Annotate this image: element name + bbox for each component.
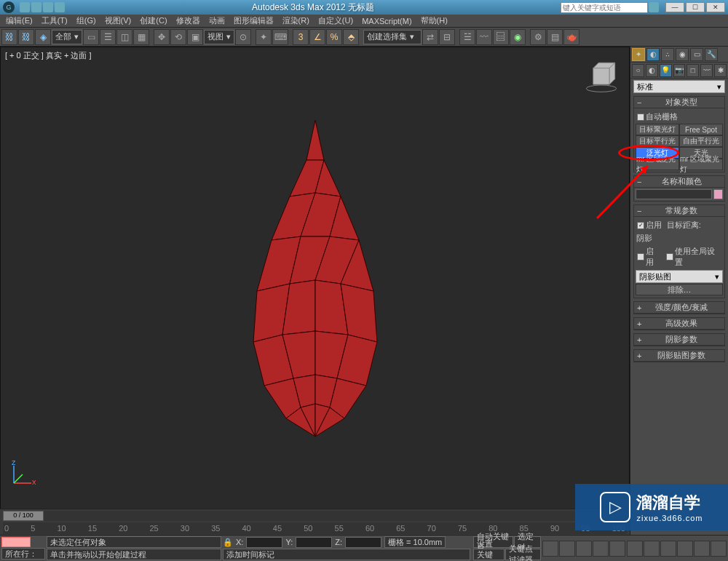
select-name-icon[interactable]: ☰ — [100, 29, 116, 45]
btn-target-direct[interactable]: 目标平行光 — [636, 135, 679, 147]
tab-utilities-icon[interactable]: 🔧 — [705, 48, 718, 61]
subtab-cameras-icon[interactable]: 📷 — [673, 64, 686, 77]
btn-mr-spot[interactable]: mr 区域聚光灯 — [679, 159, 723, 170]
orbit-icon[interactable] — [677, 541, 693, 557]
tb-open-icon[interactable] — [20, 2, 30, 12]
mesh-object[interactable] — [221, 116, 410, 445]
move-icon[interactable]: ✥ — [154, 29, 170, 45]
render-setup-icon[interactable]: ⚙ — [530, 29, 546, 45]
exclude-button[interactable]: 排除… — [636, 284, 723, 295]
zoom-icon[interactable] — [627, 541, 643, 557]
tb-redo-icon[interactable] — [55, 2, 65, 12]
viewport-label[interactable]: [ + 0 正交 ] 真实 + 边面 ] — [5, 50, 92, 61]
bind-icon[interactable]: ◈ — [35, 29, 51, 45]
mirror-icon[interactable]: ⇄ — [422, 29, 438, 45]
tb-undo-icon[interactable] — [43, 2, 53, 12]
tb-save-icon[interactable] — [31, 2, 41, 12]
align-icon[interactable]: ⊟ — [439, 29, 455, 45]
lock-icon[interactable]: 🔒 — [223, 538, 233, 547]
minimize-button[interactable]: — — [665, 2, 684, 12]
select-region-icon[interactable]: ◫ — [116, 29, 132, 45]
coord-y-input[interactable] — [296, 537, 332, 548]
tab-hierarchy-icon[interactable]: ⛬ — [661, 48, 674, 61]
max-toggle-icon[interactable] — [711, 541, 727, 557]
btn-target-spot[interactable]: 目标聚光灯 — [636, 124, 679, 135]
snap-icon[interactable]: 3 — [293, 29, 309, 45]
select-icon[interactable]: ▭ — [83, 29, 99, 45]
object-name-input[interactable] — [636, 189, 712, 199]
menu-modifiers[interactable]: 修改器 — [172, 14, 205, 28]
ref-coord[interactable]: 视图▾ — [204, 30, 234, 44]
btn-free-direct[interactable]: 自由平行光 — [679, 135, 723, 147]
key-filter[interactable]: 关键点过滤器 — [505, 549, 541, 560]
shadow-type-dropdown[interactable]: 阴影贴图▾ — [636, 270, 723, 283]
menu-group[interactable]: 组(G) — [72, 14, 100, 28]
subtab-geometry-icon[interactable]: ○ — [632, 64, 644, 77]
play-icon[interactable] — [576, 541, 592, 557]
subtab-systems-icon[interactable]: ✱ — [714, 64, 727, 77]
time-handle[interactable]: 0 / 100 — [3, 511, 44, 521]
subtab-lights-icon[interactable]: 💡 — [660, 64, 672, 77]
link-icon[interactable]: ⛓ — [1, 29, 17, 45]
percent-snap-icon[interactable]: % — [326, 29, 342, 45]
close-button[interactable]: ✕ — [706, 2, 725, 12]
autogrid-checkbox[interactable] — [637, 114, 644, 121]
tab-display-icon[interactable]: ▭ — [690, 48, 703, 61]
script-listener[interactable] — [1, 537, 31, 547]
enable-light-checkbox[interactable]: ✓ — [637, 222, 644, 229]
window-crossing-icon[interactable]: ▦ — [133, 29, 149, 45]
viewcube[interactable] — [581, 55, 622, 95]
object-color-swatch[interactable] — [713, 189, 723, 199]
fov-icon[interactable] — [694, 541, 710, 557]
set-key-button[interactable]: 设置关键点 — [473, 549, 505, 560]
tb-help-icon[interactable] — [649, 2, 659, 12]
subtab-shapes-icon[interactable]: ◐ — [646, 64, 658, 77]
render-frame-icon[interactable]: ▤ — [547, 29, 563, 45]
subtab-helpers-icon[interactable]: □ — [687, 64, 699, 77]
selection-filter[interactable]: 全部▾ — [52, 30, 82, 44]
named-sel-set[interactable]: 创建选择集▾ — [363, 30, 422, 44]
coord-x-input[interactable] — [246, 537, 282, 548]
curve-editor-icon[interactable]: 〰 — [476, 29, 492, 45]
pan-icon[interactable] — [660, 541, 676, 557]
rotate-icon[interactable]: ⟲ — [170, 29, 186, 45]
unlink-icon[interactable]: ⛓ — [18, 29, 34, 45]
layers-icon[interactable]: ☱ — [459, 29, 475, 45]
pivot-icon[interactable]: ⊙ — [235, 29, 251, 45]
menu-edit[interactable]: 编辑(E) — [1, 14, 37, 28]
material-icon[interactable]: ◉ — [510, 29, 526, 45]
prev-frame-icon[interactable] — [559, 541, 575, 557]
next-frame-icon[interactable] — [593, 541, 609, 557]
scale-icon[interactable]: ▣ — [187, 29, 203, 45]
use-global-checkbox[interactable] — [666, 253, 673, 260]
goto-start-icon[interactable] — [542, 541, 558, 557]
coord-z-input[interactable] — [345, 537, 381, 548]
tab-create-icon[interactable]: ✦ — [632, 48, 645, 61]
help-search-input[interactable] — [561, 2, 648, 13]
menu-render[interactable]: 渲染(R) — [278, 14, 314, 28]
subtab-space-icon[interactable]: 〰 — [700, 64, 713, 77]
zoom-all-icon[interactable] — [644, 541, 660, 557]
menu-maxscript[interactable]: MAXScript(M) — [357, 15, 416, 27]
btn-free-spot[interactable]: Free Spot — [679, 124, 723, 135]
menu-animation[interactable]: 动画 — [205, 14, 229, 28]
menu-graph[interactable]: 图形编辑器 — [229, 14, 278, 28]
menu-help[interactable]: 帮助(H) — [416, 14, 452, 28]
maximize-button[interactable]: ☐ — [686, 2, 705, 12]
btn-mr-omni[interactable]: mr 区域泛光灯 — [636, 159, 679, 170]
render-icon[interactable]: 🫖 — [563, 29, 579, 45]
tab-motion-icon[interactable]: ◉ — [676, 48, 689, 61]
location-field[interactable]: 所在行： — [1, 548, 45, 560]
shadow-enable-checkbox[interactable] — [637, 253, 644, 260]
goto-end-icon[interactable] — [609, 541, 625, 557]
menu-customize[interactable]: 自定义(U) — [314, 14, 357, 28]
keyboard-icon[interactable]: ⌨ — [272, 29, 288, 45]
menu-tools[interactable]: 工具(T) — [37, 14, 72, 28]
angle-snap-icon[interactable]: ∠ — [309, 29, 325, 45]
viewport[interactable]: [ + 0 正交 ] 真实 + 边面 ] — [0, 47, 630, 535]
menu-create[interactable]: 创建(C) — [135, 14, 171, 28]
tab-modify-icon[interactable]: ◐ — [646, 48, 660, 61]
menu-views[interactable]: 视图(V) — [100, 14, 136, 28]
schematic-icon[interactable]: ⿳ — [493, 29, 509, 45]
select-manip-icon[interactable]: ✦ — [256, 29, 272, 45]
